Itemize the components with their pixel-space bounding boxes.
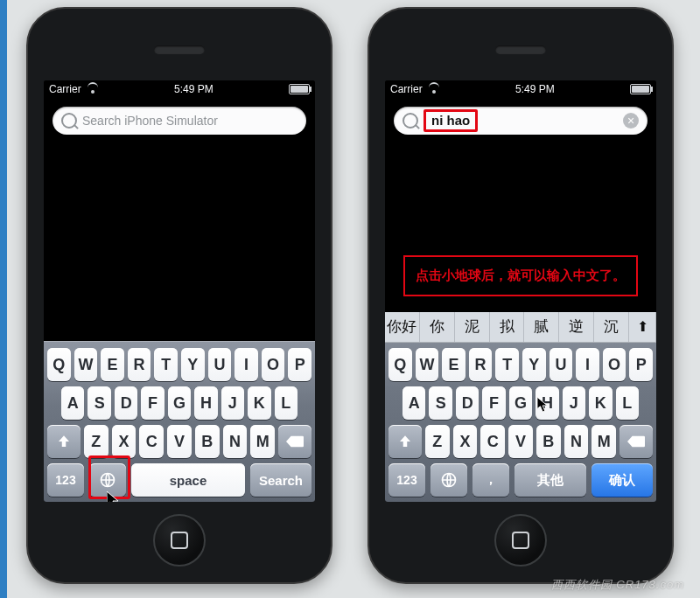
battery-icon [289,84,310,94]
key-z[interactable]: Z [425,425,450,458]
carrier-label: Carrier [390,83,423,95]
key-r[interactable]: R [128,348,151,381]
key-f[interactable]: F [141,386,164,420]
status-bar: Carrier 5:49 PM [44,80,315,98]
key-e[interactable]: E [442,348,466,381]
key-k[interactable]: K [248,386,270,420]
key-x[interactable]: X [112,425,136,458]
key-p[interactable]: P [288,348,312,381]
candidate-item[interactable]: 拟 [490,312,525,342]
key-j[interactable]: J [221,386,244,420]
backspace-key[interactable] [278,425,312,458]
key-z[interactable]: Z [84,425,108,458]
search-input[interactable]: Search iPhone Simulator [52,107,306,135]
key-o[interactable]: O [603,348,626,381]
key-i[interactable]: I [576,348,599,381]
key-f[interactable]: F [482,386,505,420]
annotation-text: 点击小地球后，就可以输入中文了。 [403,255,638,296]
key-p[interactable]: P [629,348,653,381]
candidate-item[interactable]: 逆 [559,312,594,342]
key-m[interactable]: M [250,425,275,458]
candidate-item[interactable]: 腻 [524,312,559,342]
battery-icon [630,84,651,94]
key-h[interactable]: H [536,386,558,420]
wifi-icon [87,85,99,94]
key-v[interactable]: V [508,425,533,458]
key-h[interactable]: H [194,386,217,420]
key-q[interactable]: Q [47,348,71,381]
key-d[interactable]: D [115,386,137,420]
key-u[interactable]: U [550,348,573,381]
key-o[interactable]: O [262,348,285,381]
confirm-key[interactable]: 确认 [592,463,653,497]
key-c[interactable]: C [480,425,505,458]
key-q[interactable]: Q [388,348,412,381]
globe-key[interactable] [89,463,126,497]
key-r[interactable]: R [469,348,493,381]
key-y[interactable]: Y [181,348,205,381]
key-t[interactable]: T [154,348,178,381]
home-button[interactable] [153,514,206,567]
search-placeholder: Search iPhone Simulator [82,114,298,128]
key-w[interactable]: W [416,348,439,381]
key-b[interactable]: B [536,425,561,458]
candidate-item[interactable]: 你 [420,312,455,342]
search-key[interactable]: Search [250,463,312,497]
globe-key[interactable] [430,463,467,497]
key-c[interactable]: C [139,425,164,458]
key-s[interactable]: S [429,386,452,420]
space-key[interactable]: space [131,463,245,497]
key-i[interactable]: I [234,348,258,381]
key-l[interactable]: L [616,386,639,420]
screen-right: Carrier 5:49 PM ni hao 点击小地球后，就可以输入中文了。 … [385,80,656,502]
key-s[interactable]: S [88,386,110,420]
key-v[interactable]: V [167,425,192,458]
candidate-item[interactable]: 沉 [594,312,629,342]
key-e[interactable]: E [101,348,124,381]
keyboard-left: QWERTYUIOP ASDFGHJKL ZXCVBNM 123 [44,341,315,502]
wifi-icon [428,85,440,94]
key-m[interactable]: M [592,425,616,458]
shift-key[interactable] [47,425,80,458]
key-y[interactable]: Y [522,348,546,381]
search-icon [61,113,77,129]
home-button[interactable] [494,514,547,567]
numeric-key[interactable]: 123 [47,463,84,497]
phone-speaker [495,45,546,54]
phone-right: Carrier 5:49 PM ni hao 点击小地球后，就可以输入中文了。 … [368,7,674,584]
key-g[interactable]: G [509,386,532,420]
key-d[interactable]: D [456,386,479,420]
numeric-key[interactable]: 123 [388,463,425,497]
key-a[interactable]: A [61,386,84,420]
key-u[interactable]: U [208,348,232,381]
keyboard-right: 你好你泥拟腻逆沉⬆ QWERTYUIOP ASDFGHJKL ZXCVBNM 1… [385,312,656,502]
shift-key[interactable] [388,425,422,458]
space-key[interactable]: 其他 [514,463,586,497]
carrier-label: Carrier [49,83,81,95]
key-w[interactable]: W [74,348,98,381]
key-g[interactable]: G [168,386,191,420]
key-j[interactable]: J [563,386,585,420]
key-l[interactable]: L [275,386,298,420]
search-input[interactable]: ni hao [394,107,648,135]
key-k[interactable]: K [589,386,612,420]
phone-speaker [154,45,205,54]
key-a[interactable]: A [402,386,425,420]
key-b[interactable]: B [195,425,220,458]
candidate-item[interactable]: 你好 [385,312,420,342]
search-icon [402,113,418,129]
status-bar: Carrier 5:49 PM [385,80,656,98]
key-n[interactable]: N [564,425,589,458]
backspace-key[interactable] [620,425,653,458]
candidate-expand-icon[interactable]: ⬆ [629,312,656,342]
key-x[interactable]: X [453,425,478,458]
clear-icon[interactable] [623,113,639,129]
stage: Carrier 5:49 PM Search iPhone Simulator … [0,0,700,598]
comma-key[interactable]: ， [472,463,509,497]
clock: 5:49 PM [515,83,555,95]
search-value-highlight: ni hao [424,109,478,131]
phone-left: Carrier 5:49 PM Search iPhone Simulator … [26,7,332,584]
key-n[interactable]: N [223,425,248,458]
key-t[interactable]: T [495,348,519,381]
candidate-item[interactable]: 泥 [455,312,490,342]
